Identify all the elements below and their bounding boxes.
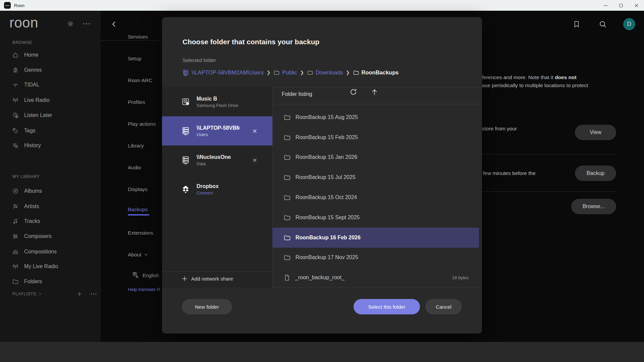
folder-name: RoonBackup 15 Aug 2025 bbox=[296, 114, 358, 120]
folder-row[interactable]: RoonBackup 16 Feb 2026 bbox=[272, 228, 479, 248]
remove-drive-icon[interactable] bbox=[252, 128, 258, 134]
sidebar-item-label: Genres bbox=[24, 67, 42, 73]
sidebar-item-folders[interactable]: Folders bbox=[12, 277, 42, 286]
divider bbox=[272, 104, 482, 104]
tidal-icon bbox=[12, 81, 19, 88]
folder-listing: RoonBackup 15 Aug 2025 RoonBackup 15 Feb… bbox=[272, 107, 479, 288]
folder-row[interactable]: RoonBackup 15 Aug 2025 bbox=[272, 107, 479, 127]
view-button[interactable]: View bbox=[575, 125, 616, 140]
composition-icon bbox=[12, 248, 19, 255]
playlists-more-icon[interactable] bbox=[90, 292, 97, 296]
sidebar-item-live-radio[interactable]: Live Radio bbox=[12, 96, 50, 105]
breadcrumb-label: RoonBackups bbox=[362, 69, 399, 76]
sidebar-item-composers[interactable]: Composers bbox=[12, 232, 52, 241]
maximize-icon bbox=[619, 4, 623, 7]
drive-row-laptop[interactable]: \\LAPTOP-58VBM2AM Users bbox=[162, 116, 272, 145]
live-radio-icon bbox=[12, 263, 19, 270]
backup-button[interactable]: Backup bbox=[575, 166, 616, 181]
chevron-right-icon bbox=[38, 292, 42, 296]
settings-gear-button[interactable] bbox=[67, 20, 74, 27]
maximize-button[interactable] bbox=[613, 0, 629, 11]
minimize-button[interactable] bbox=[598, 0, 613, 11]
cancel-button[interactable]: Cancel bbox=[425, 299, 462, 314]
breadcrumb-separator-icon: ❯ bbox=[267, 70, 270, 75]
close-button[interactable] bbox=[629, 0, 644, 11]
dropbox-connect-link[interactable]: Connect bbox=[197, 190, 247, 195]
folder-row[interactable]: _roon_backup_root_ 19 bytes bbox=[272, 267, 479, 288]
settings-nav-label: Services bbox=[128, 34, 148, 40]
up-directory-icon[interactable] bbox=[370, 87, 379, 97]
sidebar-item-albums[interactable]: Albums bbox=[12, 186, 42, 196]
sidebar-item-tidal[interactable]: TIDAL bbox=[12, 80, 39, 89]
sidebar-item-label: Listen Later bbox=[24, 112, 52, 118]
language-selector[interactable]: English bbox=[132, 272, 159, 279]
home-icon bbox=[12, 52, 19, 58]
folder-name: RoonBackup 15 Jan 2026 bbox=[296, 154, 357, 160]
add-network-share-button[interactable]: Add network share bbox=[181, 276, 233, 282]
folder-row[interactable]: RoonBackup 15 Jan 2026 bbox=[272, 147, 479, 168]
folder-row[interactable]: RoonBackup 15 Oct 2024 bbox=[272, 187, 479, 207]
sidebar-item-tags[interactable]: Tags bbox=[12, 126, 36, 135]
folder-name: RoonBackup 16 Feb 2026 bbox=[296, 235, 361, 241]
drive-subtitle: Users bbox=[197, 132, 239, 137]
sidebar-item-label: Composers bbox=[24, 233, 52, 239]
breadcrumb-segment-downloads[interactable]: Downloads bbox=[307, 69, 343, 76]
folder-icon bbox=[283, 194, 291, 201]
sidebar-more-button[interactable] bbox=[83, 21, 91, 26]
sidebar-item-compositions[interactable]: Compositions bbox=[12, 247, 57, 256]
folder-name: RoonBackup 17 Nov 2025 bbox=[296, 254, 358, 260]
folder-icon bbox=[283, 174, 291, 181]
bookmark-icon[interactable] bbox=[572, 19, 581, 29]
remove-drive-icon[interactable] bbox=[252, 157, 258, 163]
browse-button[interactable]: Browse... bbox=[571, 199, 616, 214]
sidebar-item-tracks[interactable]: Tracks bbox=[12, 217, 40, 226]
sidebar: roon BROWSE Home Genres TIDAL Live Radio… bbox=[0, 11, 101, 342]
selected-folder-label: Selected folder bbox=[182, 57, 216, 63]
divider bbox=[482, 154, 617, 155]
sidebar-item-history[interactable]: History bbox=[12, 141, 41, 150]
breadcrumb-segment-current[interactable]: RoonBackups bbox=[353, 69, 399, 76]
roon-app-icon: roon bbox=[4, 2, 11, 9]
folder-row[interactable]: RoonBackup 15 Sept 2025 bbox=[272, 207, 479, 228]
folder-row[interactable]: RoonBackup 15 Feb 2025 bbox=[272, 127, 479, 147]
search-icon[interactable] bbox=[598, 20, 607, 28]
help-translate-link[interactable]: Help translate R bbox=[128, 287, 160, 292]
breadcrumb-segment-root[interactable]: \\LAPTOP-58VBM2AM\Users bbox=[182, 69, 264, 76]
choose-folder-dialog: Choose folder that contains your backup … bbox=[162, 17, 482, 334]
folder-icon bbox=[283, 254, 291, 261]
file-size: 19 bytes bbox=[452, 275, 469, 280]
hard-drive-icon bbox=[181, 97, 190, 106]
backup-description-line2: ase periodically to multiple locations t… bbox=[482, 82, 588, 88]
folder-name: _roon_backup_root_ bbox=[295, 275, 344, 281]
folder-row[interactable]: RoonBackup 15 Jul 2025 bbox=[272, 167, 479, 187]
back-icon[interactable] bbox=[110, 20, 118, 28]
folder-row[interactable]: RoonBackup 17 Nov 2025 bbox=[272, 248, 479, 268]
drive-row-music-b[interactable]: Music B Samsung Flash Drive bbox=[162, 87, 272, 116]
track-icon bbox=[12, 218, 19, 225]
avatar[interactable]: D bbox=[623, 18, 635, 30]
divider bbox=[162, 271, 272, 272]
sidebar-item-home[interactable]: Home bbox=[12, 50, 39, 60]
tag-icon bbox=[12, 127, 19, 134]
language-label: English bbox=[143, 273, 159, 278]
sidebar-item-artists[interactable]: Artists bbox=[12, 202, 39, 211]
breadcrumb-segment-public[interactable]: Public bbox=[273, 69, 297, 76]
select-this-folder-button[interactable]: Select this folder bbox=[354, 299, 420, 314]
refresh-icon[interactable] bbox=[349, 87, 358, 97]
dropbox-icon bbox=[181, 185, 190, 194]
playlists-section[interactable]: PLAYLISTS bbox=[12, 291, 97, 297]
sidebar-item-listen-later[interactable]: Listen Later bbox=[12, 111, 52, 120]
sidebar-item-genres[interactable]: Genres bbox=[12, 65, 42, 75]
drive-name: \\LAPTOP-58VBM2AM bbox=[197, 125, 239, 131]
chevron-down-icon bbox=[144, 252, 148, 257]
sidebar-item-label: Live Radio bbox=[24, 97, 50, 103]
ellipsis-icon bbox=[83, 21, 91, 26]
drive-row-dropbox[interactable]: Dropbox Connect bbox=[162, 175, 272, 204]
folder-icon bbox=[283, 134, 291, 141]
sidebar-item-my-live-radio[interactable]: My Live Radio bbox=[12, 262, 58, 271]
close-icon bbox=[635, 4, 638, 7]
new-folder-button[interactable]: New folder bbox=[182, 299, 232, 314]
server-icon bbox=[181, 156, 190, 165]
add-playlist-icon[interactable] bbox=[76, 291, 83, 297]
drive-row-nucleusone[interactable]: \\NucleusOne Data bbox=[162, 145, 272, 175]
